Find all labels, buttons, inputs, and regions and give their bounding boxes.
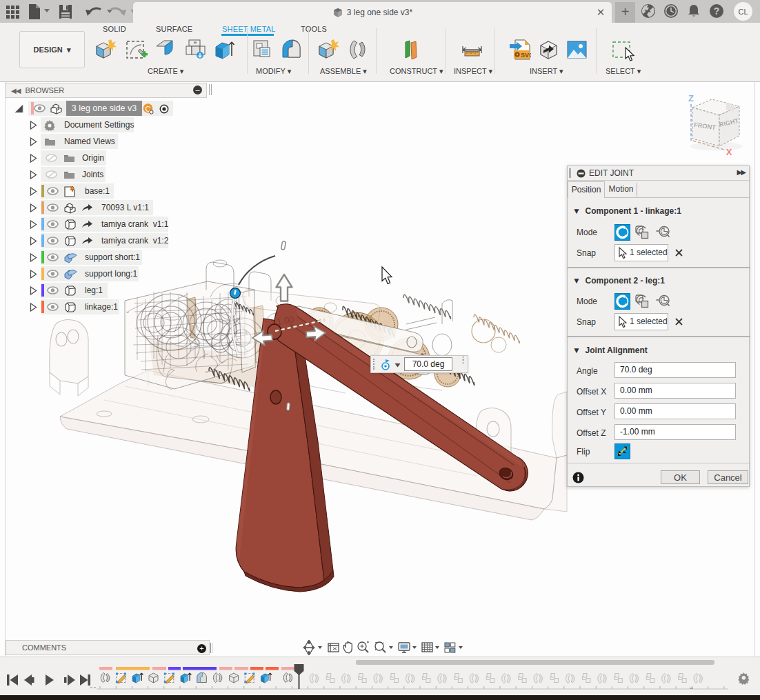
- svg-text:?: ?: [714, 6, 720, 17]
- svg-text:X: X: [726, 147, 732, 157]
- svg-text:Z: Z: [688, 93, 694, 103]
- svg-text:SVG: SVG: [521, 52, 531, 59]
